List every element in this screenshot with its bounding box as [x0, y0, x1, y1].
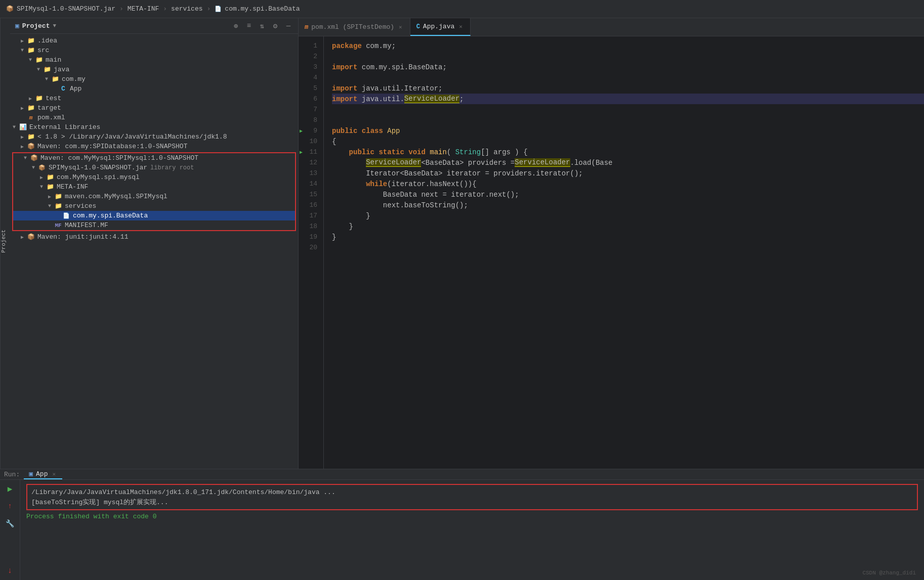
tree-item-src[interactable]: ▼ 📁 src [10, 46, 298, 55]
tree-item-spimysql-jar[interactable]: ▼ 📦 SPIMysql-1.0-SNAPSHOT.jar library ro… [13, 163, 295, 172]
project-sidebar-label: Project [0, 18, 10, 469]
tree-item-extlibs[interactable]: ▼ 📊 External Libraries [10, 122, 298, 132]
tree-item-junit[interactable]: ▶ 📦 Maven: junit:junit:4.11 [10, 232, 298, 242]
tree-item-idea[interactable]: ▶ 📁 .idea [10, 36, 298, 46]
tree-item-pom[interactable]: m pom.xml [10, 113, 298, 122]
code-line-12: ServiceLoader<BaseData> providers = Serv… [332, 157, 924, 168]
tree-item-services[interactable]: ▼ 📁 services [13, 201, 295, 211]
kw-package: package [332, 42, 362, 50]
breadcrumb-jar[interactable]: SPIMysql-1.0-SNAPSHOT.jar [17, 5, 115, 13]
run-output-line-1: /Library/Java/JavaVirtualMachines/jdk1.8… [31, 488, 335, 496]
run-panel: Run: ▣ App ✕ ▶ ↑ 🔧 ↓ /Library/Java/JavaV… [0, 469, 924, 580]
label-pom: pom.xml [37, 114, 65, 121]
run-play-btn[interactable]: ▶ [4, 483, 16, 495]
tree-item-metainf[interactable]: ▼ 📁 META-INF [13, 182, 295, 192]
tab-pom-close[interactable]: ✕ [397, 23, 404, 31]
arrow-spimysql-jar: ▼ [29, 165, 37, 170]
run-line-1: /Library/Java/JavaVirtualMachines/jdk1.8… [31, 487, 913, 497]
label-test: test [46, 95, 61, 102]
arrow-commy: ▼ [43, 76, 51, 82]
breadcrumb-file[interactable]: com.my.spi.BaseData [225, 5, 300, 13]
code-line-4 [332, 72, 924, 83]
line-num-2: 2 [299, 51, 323, 62]
lib-icon-junit: 📦 [26, 233, 35, 241]
lib-icon-spidb: 📦 [26, 143, 35, 150]
code-line-15: BaseData next = iterator.next(); [332, 189, 924, 200]
tree-item-maven-com[interactable]: ▶ 📁 maven.com.MyMysql.SPIMysql [13, 192, 295, 201]
tree-item-commy[interactable]: ▼ 📁 com.my [10, 74, 298, 84]
code-line-8 [332, 115, 924, 125]
tree-item-basedata[interactable]: 📄 com.my.spi.BaseData [13, 211, 295, 220]
label-spimysql-jar: SPIMysql-1.0-SNAPSHOT.jar [49, 164, 147, 171]
label-maven-com: maven.com.MyMysql.SPIMysql [65, 193, 167, 200]
run-tab-close[interactable]: ✕ [51, 470, 57, 478]
line-num-17: 17 [299, 210, 323, 221]
folder-icon-src: 📁 [26, 47, 35, 54]
project-dropdown-icon[interactable]: ▼ [53, 23, 56, 29]
tab-pom-xml[interactable]: m pom.xml (SPITestDemo) ✕ [299, 18, 410, 36]
tab-app-java[interactable]: C App.java ✕ [410, 18, 471, 36]
arrow-services: ▼ [46, 203, 54, 209]
tree-item-spimysql[interactable]: ▼ 📦 Maven: com.MyMysql:SPIMysql:1.0-SNAP… [13, 153, 295, 163]
folder-icon-maven-com: 📁 [54, 193, 63, 200]
class-icon-app: C [59, 85, 68, 93]
run-stop-btn[interactable]: ↑ [4, 500, 16, 512]
code-content[interactable]: package com.my; import com.my.spi.BaseDa… [324, 36, 924, 469]
line-num-9: 9 [299, 125, 323, 136]
tab-app-icon: C [416, 23, 420, 30]
minimize-icon[interactable]: — [284, 21, 293, 30]
code-line-19: } [332, 232, 924, 242]
line-num-5: 5 [299, 83, 323, 94]
pom-icon: m [26, 115, 35, 121]
code-line-2 [332, 51, 924, 62]
line-num-16: 16 [299, 200, 323, 210]
tree-item-java[interactable]: ▼ 📁 java [10, 65, 298, 74]
breadcrumb-meta-inf[interactable]: META-INF [128, 5, 159, 13]
code-line-11: public static void main( String[] args )… [332, 147, 924, 157]
label-basedata: com.my.spi.BaseData [73, 212, 148, 219]
line-numbers: 1 2 3 4 5 6 7 8 9 10 11 12 13 14 15 16 1… [299, 36, 324, 469]
tab-app-close[interactable]: ✕ [457, 23, 464, 30]
tree-item-test[interactable]: ▶ 📁 test [10, 94, 298, 103]
label-manifest: MANIFEST.MF [65, 221, 108, 229]
expand-icon[interactable]: ⇅ [258, 21, 267, 30]
jar-icon: 📦 [37, 164, 47, 171]
arrow-src: ▼ [18, 48, 26, 53]
code-line-18: } [332, 221, 924, 232]
lib-icon: 📊 [18, 123, 27, 131]
line-num-3: 3 [299, 62, 323, 72]
run-tab-icon: ▣ [29, 470, 33, 478]
file-tree: ▶ 📁 .idea ▼ 📁 src ▼ 📁 main ▼ [10, 34, 298, 469]
tree-item-manifest[interactable]: MF MANIFEST.MF [13, 220, 295, 230]
tree-item-target[interactable]: ▶ 📁 target [10, 103, 298, 113]
tree-item-com-mymysql[interactable]: ▶ 📁 com.MyMysql.spi.mysql [13, 172, 295, 182]
tree-item-app[interactable]: C App [10, 84, 298, 94]
arrow-extlibs: ▼ [10, 124, 18, 130]
tree-item-main[interactable]: ▼ 📁 main [10, 55, 298, 65]
arrow-spidb: ▶ [18, 144, 26, 150]
line-num-4: 4 [299, 72, 323, 83]
tree-item-spidb[interactable]: ▶ 📦 Maven: com.my:SPIDatabase:1.0-SNAPSH… [10, 142, 298, 151]
collapse-icon[interactable]: ≡ [244, 21, 254, 30]
locate-icon[interactable]: ⊕ [231, 21, 240, 30]
run-label: Run: [4, 471, 20, 478]
line-num-11: 11 [299, 147, 323, 157]
run-scroll-btn[interactable]: ↓ [4, 565, 16, 577]
line-num-18: 18 [299, 221, 323, 232]
run-tab-app[interactable]: ▣ App ✕ [24, 469, 62, 479]
tree-item-jdk[interactable]: ▶ 📁 < 1.8 > /Library/Java/JavaVirtualMac… [10, 132, 298, 142]
line-num-6: 6 [299, 94, 323, 104]
run-wrench-btn[interactable]: 🔧 [4, 517, 16, 529]
settings-icon[interactable]: ⚙ [271, 21, 280, 30]
editor-area: m pom.xml (SPITestDemo) ✕ C App.java ✕ 1… [299, 18, 924, 469]
breadcrumb-services[interactable]: services [171, 5, 202, 13]
run-output-line-2: [baseToString实现] mysql的扩展实现... [31, 498, 168, 507]
line-num-8: 8 [299, 115, 323, 125]
highlight-section: ▼ 📦 Maven: com.MyMysql:SPIMysql:1.0-SNAP… [12, 152, 296, 231]
label-app: App [70, 85, 81, 93]
run-tab-label: App [36, 470, 48, 478]
service-icon: 📄 [62, 212, 71, 219]
code-line-3: import com.my.spi.BaseData; [332, 62, 924, 72]
project-title: ▣ Project ▼ [15, 22, 56, 30]
folder-icon-metainf: 📁 [46, 183, 55, 191]
